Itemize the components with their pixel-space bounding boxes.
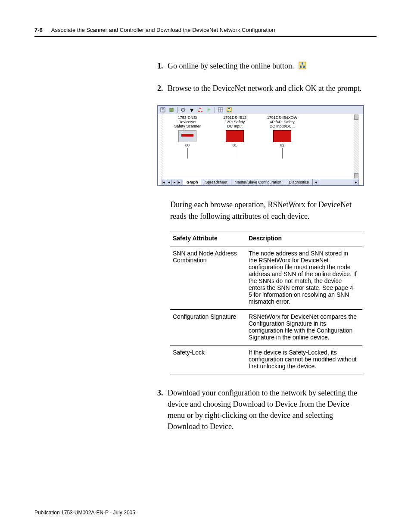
header-description: Description: [246, 231, 362, 246]
chapter-title: Associate the Scanner and Controller and…: [51, 27, 275, 33]
svg-rect-18: [230, 111, 231, 112]
device-label-3: DC Input/DC...: [264, 124, 300, 128]
device-node[interactable]: 1791DS-IB12 12Pt Safety DC Input 01: [217, 115, 253, 159]
svg-rect-3: [303, 66, 305, 68]
device-label-2: 12Pt Safety: [217, 120, 253, 124]
tree-icon[interactable]: [160, 107, 166, 113]
rsnetworx-screenshot: ▾ 1753-DNSI DeviceNet Safety Scanner: [157, 105, 364, 186]
cell-description: RSNetWorx for DeviceNet compares the Con…: [246, 310, 362, 345]
device-address: 02: [264, 143, 300, 147]
grid-icon[interactable]: [218, 107, 224, 113]
header-rule: [34, 36, 377, 37]
tab-graph[interactable]: Graph: [183, 179, 202, 185]
device-label-1: 1791DS-IB12: [217, 115, 253, 120]
device-label-1: 1753-DNSI: [169, 115, 206, 120]
step-3-number: 3.: [157, 387, 168, 432]
toolbar: ▾: [158, 106, 363, 114]
tab-diagnostics[interactable]: Diagnostics: [285, 179, 313, 185]
svg-rect-11: [201, 111, 202, 112]
table-row: Configuration Signature RSNetWorx for De…: [170, 310, 362, 345]
tab-scroll-left-icon[interactable]: ◂: [314, 180, 319, 185]
scroll-up-icon[interactable]: [354, 115, 358, 120]
node-icon[interactable]: [180, 107, 186, 113]
separator-icon: [215, 107, 215, 113]
tree-strip: [161, 114, 163, 179]
table-row: SNN and Node Address Combination The nod…: [170, 246, 362, 310]
scrollbar-vertical[interactable]: [354, 114, 359, 179]
svg-rect-7: [170, 108, 173, 112]
tool-icon[interactable]: [168, 107, 174, 113]
header-attribute: Safety Attribute: [170, 231, 246, 246]
table-row: Safety-Lock If the device is Safety-Lock…: [170, 345, 362, 374]
tab-bar: |◂ ◂ ▸ ▸| Graph Spreadsheet Master/Slave…: [161, 179, 359, 185]
dropdown-icon[interactable]: ▾: [189, 107, 195, 113]
device-label-2: DeviceNet: [169, 120, 206, 124]
device-label-3: Safety Scanner: [169, 124, 206, 128]
tab-spreadsheet[interactable]: Spreadsheet: [202, 179, 231, 185]
post-screenshot-paragraph: During each browse operation, RSNetWorx …: [170, 199, 364, 222]
online-icon: [299, 61, 306, 69]
network-icon[interactable]: [197, 107, 203, 113]
step-2-text: Browse to the DeviceNet network and clic…: [168, 83, 364, 94]
step-3: 3. Download your configuration to the ne…: [157, 387, 364, 432]
svg-rect-17: [227, 111, 229, 112]
online-icon[interactable]: [226, 107, 232, 113]
wizard-icon[interactable]: [206, 107, 212, 113]
device-address: 01: [217, 143, 253, 147]
device-label-2: 4Pt/4Pt Safety: [264, 120, 300, 124]
page-number: 7-6: [34, 27, 43, 33]
device-icon: [226, 130, 244, 142]
stem-line: [235, 148, 235, 159]
device-node[interactable]: 1791DS-IB4XOW 4Pt/4Pt Safety DC Input/DC…: [264, 115, 300, 159]
tab-nav-last-icon[interactable]: ▸|: [177, 180, 183, 185]
running-header: 7-6 Associate the Scanner and Controller…: [34, 27, 377, 33]
device-icon: [273, 130, 291, 142]
svg-rect-10: [198, 111, 200, 112]
tab-nav-prev-icon[interactable]: ◂: [166, 180, 172, 185]
tab-nav-first-icon[interactable]: |◂: [161, 180, 166, 185]
svg-rect-2: [300, 66, 302, 68]
table-header-row: Safety Attribute Description: [170, 231, 362, 246]
svg-rect-9: [199, 108, 201, 109]
cell-attribute: SNN and Node Address Combination: [170, 246, 246, 310]
cell-attribute: Safety-Lock: [170, 345, 246, 374]
device-address: 00: [169, 143, 206, 147]
step-2-number: 2.: [157, 83, 168, 94]
cell-description: If the device is Safety-Locked, its conf…: [246, 345, 362, 374]
tab-scroll-right-icon[interactable]: ▸: [353, 180, 359, 185]
svg-rect-16: [228, 108, 230, 109]
device-icon: [178, 130, 196, 142]
stem-line: [187, 148, 188, 159]
footer-publication: Publication 1753-UM002A-EN-P - July 2005: [34, 510, 135, 516]
step-1: 1. Go online by selecting the online but…: [157, 60, 364, 72]
step-2: 2. Browse to the DeviceNet network and c…: [157, 83, 364, 94]
cell-description: The node address and SNN stored in the R…: [246, 246, 362, 310]
tab-nav-next-icon[interactable]: ▸: [172, 180, 177, 185]
separator-icon: [177, 107, 177, 113]
cell-attribute: Configuration Signature: [170, 310, 246, 345]
body-content: 1. Go online by selecting the online but…: [157, 60, 364, 444]
device-label-1: 1791DS-IB4XOW: [264, 115, 300, 120]
svg-point-8: [181, 108, 185, 112]
graph-view[interactable]: 1753-DNSI DeviceNet Safety Scanner 00 17…: [161, 114, 359, 179]
step-3-text: Download your configuration to the netwo…: [168, 387, 364, 432]
device-node[interactable]: 1753-DNSI DeviceNet Safety Scanner 00: [169, 115, 206, 159]
device-label-3: DC Input: [217, 124, 253, 128]
device-row: 1753-DNSI DeviceNet Safety Scanner 00 17…: [169, 115, 350, 159]
svg-rect-1: [302, 62, 303, 64]
step-1-text: Go online by selecting the online button…: [168, 60, 364, 72]
step-1-number: 1.: [157, 60, 168, 72]
attributes-table: Safety Attribute Description SNN and Nod…: [170, 231, 362, 374]
scroll-down-icon[interactable]: [354, 173, 358, 178]
tab-master-slave[interactable]: Master/Slave Configuration: [231, 179, 286, 185]
stem-line: [282, 148, 283, 159]
